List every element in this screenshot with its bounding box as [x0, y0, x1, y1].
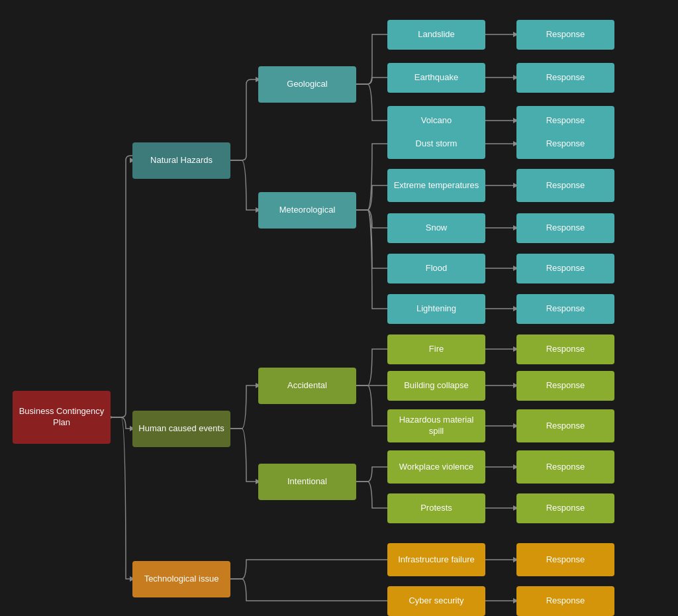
node-r_snow: Response — [516, 213, 614, 243]
node-r_duststorm: Response — [516, 129, 614, 159]
node-snow: Snow — [387, 213, 485, 243]
node-buildingcollapse: Building collapse — [387, 371, 485, 401]
node-hazardous: Hazardous material spill — [387, 409, 485, 442]
node-intentional: Intentional — [258, 464, 356, 500]
node-natural: Natural Hazards — [132, 142, 230, 179]
node-root: Business Contingency Plan — [13, 391, 111, 444]
node-infrastructure: Infrastructure failure — [387, 543, 485, 576]
node-fire: Fire — [387, 334, 485, 364]
node-tech: Technological issue — [132, 561, 230, 597]
node-r_protests: Response — [516, 493, 614, 523]
node-r_hazardous: Response — [516, 409, 614, 442]
node-r_cybersecurity: Response — [516, 586, 614, 616]
node-protests: Protests — [387, 493, 485, 523]
node-earthquake: Earthquake — [387, 63, 485, 93]
node-workplaceviolence: Workplace violence — [387, 450, 485, 484]
node-r_flood: Response — [516, 254, 614, 283]
node-meteorological: Meteorological — [258, 192, 356, 229]
node-r_buildingcollapse: Response — [516, 371, 614, 401]
node-r_extreme: Response — [516, 169, 614, 202]
node-r_fire: Response — [516, 334, 614, 364]
node-flood: Flood — [387, 254, 485, 283]
node-landslide: Landslide — [387, 20, 485, 50]
node-extreme: Extreme temperatures — [387, 169, 485, 202]
diagram: Business Contingency PlanNatural Hazards… — [0, 0, 678, 616]
node-r_lightening: Response — [516, 294, 614, 324]
node-r_landslide: Response — [516, 20, 614, 50]
node-lightening: Lightening — [387, 294, 485, 324]
node-r_earthquake: Response — [516, 63, 614, 93]
node-geological: Geological — [258, 66, 356, 103]
node-human: Human caused events — [132, 411, 230, 447]
node-accidental: Accidental — [258, 368, 356, 404]
node-duststorm: Dust storm — [387, 129, 485, 159]
node-r_workplaceviolence: Response — [516, 450, 614, 484]
node-cybersecurity: Cyber security — [387, 586, 485, 616]
node-r_infrastructure: Response — [516, 543, 614, 576]
